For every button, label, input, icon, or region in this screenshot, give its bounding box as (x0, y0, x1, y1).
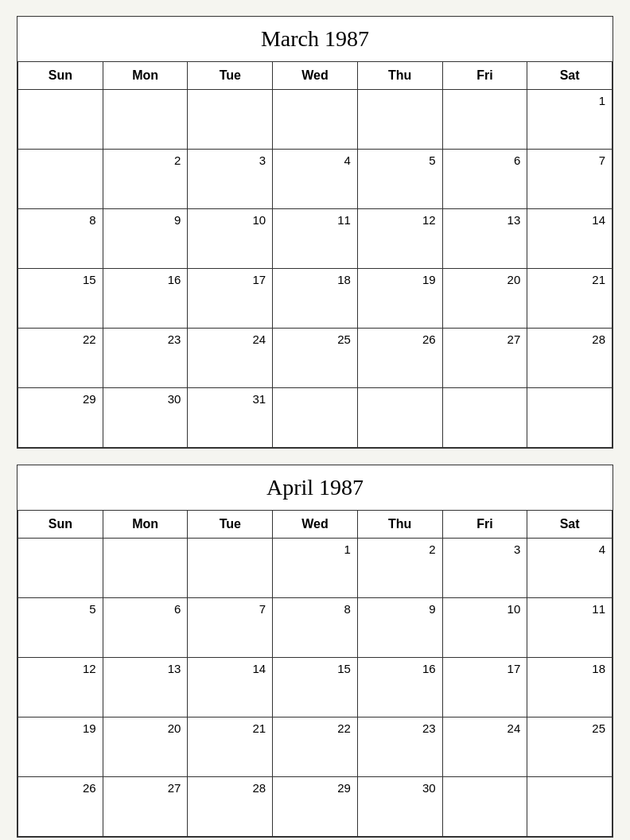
table-row: 21 (527, 269, 612, 329)
table-row: 25 (273, 329, 358, 388)
header-sun: Sun (18, 62, 103, 90)
table-row: 7 (188, 598, 273, 658)
header-mon: Mon (103, 511, 189, 539)
table-row: 6 (443, 150, 528, 209)
table-row: 15 (273, 658, 358, 718)
header-tue: Tue (188, 62, 273, 90)
table-row: 13 (103, 658, 189, 718)
table-row: 11 (527, 598, 612, 658)
table-row: 17 (443, 658, 528, 718)
april-title: April 1987 (18, 465, 612, 511)
header-wed: Wed (273, 511, 358, 539)
table-row: 19 (18, 718, 103, 777)
table-row (188, 539, 273, 598)
table-row: 8 (273, 598, 358, 658)
table-row (443, 90, 528, 150)
table-row (18, 150, 103, 209)
table-row: 28 (527, 329, 612, 388)
table-row: 26 (358, 329, 443, 388)
table-row: 18 (527, 658, 612, 718)
table-row: 4 (527, 539, 612, 598)
table-row: 3 (443, 539, 528, 598)
table-row: 5 (358, 150, 443, 209)
table-row: 2 (358, 539, 443, 598)
table-row: 9 (358, 598, 443, 658)
header-sat: Sat (527, 511, 612, 539)
table-row: 16 (358, 658, 443, 718)
table-row (18, 539, 103, 598)
table-row: 23 (103, 329, 189, 388)
table-row: 20 (103, 718, 189, 777)
table-row: 5 (18, 598, 103, 658)
table-row: 2 (103, 150, 189, 209)
table-row: 22 (273, 718, 358, 777)
table-row: 6 (103, 598, 189, 658)
header-sun: Sun (18, 511, 103, 539)
table-row: 23 (358, 718, 443, 777)
table-row: 12 (358, 209, 443, 269)
table-row: 3 (188, 150, 273, 209)
table-row: 12 (18, 658, 103, 718)
table-row (527, 777, 612, 837)
table-row: 28 (188, 777, 273, 837)
table-row (103, 539, 189, 598)
header-wed: Wed (273, 62, 358, 90)
table-row: 31 (188, 388, 273, 448)
table-row: 10 (443, 598, 528, 658)
header-sat: Sat (527, 62, 612, 90)
table-row (358, 90, 443, 150)
march-title: March 1987 (18, 17, 612, 62)
table-row (527, 388, 612, 448)
april-calendar: April 1987 Sun Mon Tue Wed Thu Fri Sat 1… (17, 465, 613, 838)
table-row (188, 90, 273, 150)
table-row: 27 (443, 329, 528, 388)
header-thu: Thu (358, 511, 443, 539)
header-fri: Fri (443, 511, 528, 539)
table-row: 1 (273, 539, 358, 598)
table-row: 20 (443, 269, 528, 329)
header-tue: Tue (188, 511, 273, 539)
table-row: 8 (18, 209, 103, 269)
table-row: 19 (358, 269, 443, 329)
table-row (18, 90, 103, 150)
table-row (103, 90, 189, 150)
header-fri: Fri (443, 62, 528, 90)
table-row: 24 (188, 329, 273, 388)
table-row: 26 (18, 777, 103, 837)
table-row: 11 (273, 209, 358, 269)
table-row (273, 90, 358, 150)
table-row: 21 (188, 718, 273, 777)
march-calendar: March 1987 SunMonTueWedThuFriSat12345678… (17, 16, 613, 449)
table-row: 27 (103, 777, 189, 837)
header-mon: Mon (103, 62, 189, 90)
table-row (358, 388, 443, 448)
table-row: 10 (188, 209, 273, 269)
table-row: 24 (443, 718, 528, 777)
table-row: 16 (103, 269, 189, 329)
table-row (273, 388, 358, 448)
table-row: 7 (527, 150, 612, 209)
table-row: 15 (18, 269, 103, 329)
table-row (443, 777, 528, 837)
header-thu: Thu (358, 62, 443, 90)
table-row: 9 (103, 209, 189, 269)
table-row: 29 (273, 777, 358, 837)
march-grid: SunMonTueWedThuFriSat1234567891011121314… (18, 62, 612, 448)
table-row: 1 (527, 90, 612, 150)
table-row: 17 (188, 269, 273, 329)
table-row: 4 (273, 150, 358, 209)
table-row: 13 (443, 209, 528, 269)
table-row: 25 (527, 718, 612, 777)
table-row: 18 (273, 269, 358, 329)
table-row: 14 (527, 209, 612, 269)
table-row: 29 (18, 388, 103, 448)
table-row: 30 (358, 777, 443, 837)
table-row: 30 (103, 388, 189, 448)
table-row (443, 388, 528, 448)
table-row: 14 (188, 658, 273, 718)
table-row: 22 (18, 329, 103, 388)
april-grid: Sun Mon Tue Wed Thu Fri Sat 1 2 3 4 5 6 … (18, 511, 612, 837)
